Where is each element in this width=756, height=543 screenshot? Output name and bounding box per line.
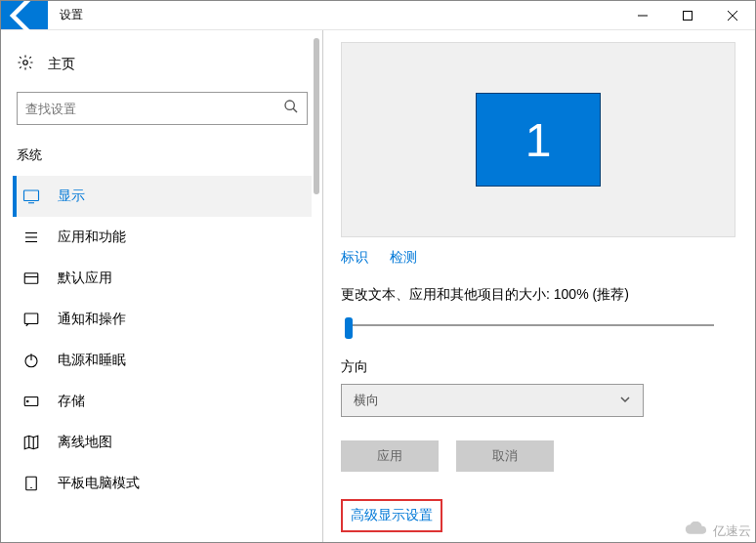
sidebar: 主页 系统 显示 应用和功能 默认应用 通知和操作 电源和睡眠 存 (1, 30, 323, 542)
titlebar: 设置 (1, 1, 755, 30)
sidebar-item-label: 应用和功能 (58, 229, 126, 246)
apply-button[interactable]: 应用 (341, 440, 439, 472)
svg-line-6 (293, 108, 297, 112)
window-title: 设置 (48, 1, 620, 29)
search-icon (283, 99, 299, 118)
sidebar-item-maps[interactable]: 离线地图 (13, 422, 312, 463)
search-box[interactable] (17, 92, 308, 125)
sidebar-item-label: 电源和睡眠 (58, 352, 126, 369)
svg-rect-14 (24, 313, 38, 324)
sidebar-item-tablet[interactable]: 平板电脑模式 (13, 463, 312, 504)
svg-point-4 (23, 61, 28, 65)
storage-icon (22, 393, 40, 410)
sidebar-item-label: 平板电脑模式 (58, 475, 140, 492)
svg-point-18 (27, 400, 29, 402)
chevron-down-icon (619, 394, 631, 408)
button-row: 应用 取消 (341, 440, 735, 472)
home-link[interactable]: 主页 (13, 48, 312, 88)
sidebar-item-display[interactable]: 显示 (13, 176, 312, 217)
svg-rect-12 (24, 273, 38, 284)
svg-rect-7 (24, 190, 39, 201)
tablet-icon (22, 475, 40, 492)
monitor-tile[interactable]: 1 (476, 93, 601, 187)
detect-link[interactable]: 检测 (390, 249, 417, 267)
sidebar-item-label: 默认应用 (58, 270, 112, 287)
slider-track (351, 324, 714, 326)
close-button[interactable] (710, 1, 755, 29)
sidebar-item-power[interactable]: 电源和睡眠 (13, 340, 312, 381)
watermark: 亿速云 (684, 522, 751, 540)
sidebar-item-default-apps[interactable]: 默认应用 (13, 258, 312, 299)
monitor-number: 1 (525, 113, 552, 167)
content-area: 主页 系统 显示 应用和功能 默认应用 通知和操作 电源和睡眠 存 (1, 30, 755, 542)
slider-thumb[interactable] (345, 317, 353, 339)
map-icon (22, 434, 40, 451)
scrollbar[interactable] (314, 38, 319, 194)
sidebar-item-label: 存储 (58, 393, 85, 410)
sidebar-item-apps[interactable]: 应用和功能 (13, 217, 312, 258)
sidebar-item-notifications[interactable]: 通知和操作 (13, 299, 312, 340)
list-icon (22, 229, 40, 246)
scale-label: 更改文本、应用和其他项目的大小: 100% (推荐) (341, 286, 735, 304)
display-actions: 标识 检测 (341, 249, 735, 267)
sidebar-item-label: 显示 (58, 188, 85, 205)
group-label: 系统 (13, 143, 312, 176)
orientation-value: 横向 (354, 392, 379, 409)
home-label: 主页 (48, 56, 75, 73)
maximize-button[interactable] (665, 1, 710, 29)
advanced-display-link[interactable]: 高级显示设置 (341, 499, 442, 532)
monitor-preview: 1 (341, 42, 735, 237)
monitor-icon (22, 188, 40, 205)
orientation-label: 方向 (341, 358, 735, 376)
back-button[interactable] (1, 1, 48, 29)
sidebar-item-label: 离线地图 (58, 434, 112, 451)
sidebar-item-label: 通知和操作 (58, 311, 126, 328)
gear-icon (17, 54, 34, 74)
watermark-text: 亿速云 (713, 522, 751, 540)
notification-icon (22, 311, 40, 328)
sidebar-item-storage[interactable]: 存储 (13, 381, 312, 422)
scale-slider[interactable] (341, 315, 735, 335)
search-input[interactable] (25, 102, 283, 116)
svg-rect-1 (684, 11, 693, 20)
identify-link[interactable]: 标识 (341, 249, 368, 267)
cloud-icon (684, 522, 709, 540)
window-controls (620, 1, 755, 29)
orientation-select[interactable]: 横向 (341, 384, 644, 417)
main-panel: 1 标识 检测 更改文本、应用和其他项目的大小: 100% (推荐) 方向 横向… (323, 30, 755, 542)
cancel-button[interactable]: 取消 (456, 440, 554, 472)
svg-point-5 (285, 101, 294, 109)
minimize-button[interactable] (620, 1, 665, 29)
power-icon (22, 352, 40, 369)
defaults-icon (22, 270, 40, 287)
